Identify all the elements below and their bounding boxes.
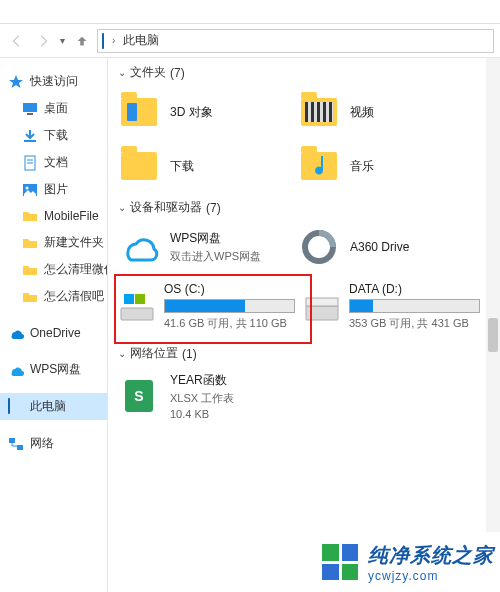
folder-item-downloads[interactable]: 下载	[114, 139, 294, 193]
sidebar-item-misc-folder[interactable]: 怎么清假吧	[0, 283, 107, 310]
svg-rect-3	[24, 140, 36, 142]
network-icon	[8, 436, 24, 452]
item-size: 10.4 KB	[170, 408, 234, 420]
sidebar-item-label: OneDrive	[30, 326, 81, 340]
item-label: WPS网盘	[170, 230, 261, 247]
sidebar-item-wps[interactable]: WPS网盘	[0, 356, 107, 383]
folder-icon	[22, 262, 38, 278]
onedrive-icon	[8, 325, 24, 341]
nav-forward-button[interactable]	[32, 30, 54, 52]
breadcrumb[interactable]: › 此电脑	[97, 29, 494, 53]
section-count: (1)	[182, 347, 197, 361]
scrollbar-thumb[interactable]	[488, 318, 498, 352]
item-label: 音乐	[350, 158, 374, 175]
breadcrumb-bar: ▾ › 此电脑	[0, 24, 500, 58]
item-type: XLSX 工作表	[170, 391, 234, 406]
section-title: 设备和驱动器	[130, 199, 202, 216]
watermark-title: 纯净系统之家	[368, 542, 494, 569]
watermark-logo-icon	[322, 544, 358, 580]
folder-video-icon	[298, 91, 340, 133]
breadcrumb-location: 此电脑	[123, 32, 159, 49]
sidebar-item-label: 怎么清假吧	[44, 288, 104, 305]
sidebar-item-downloads[interactable]: 下载	[0, 122, 107, 149]
item-label: 下载	[170, 158, 194, 175]
folder-icon	[22, 235, 38, 251]
svg-marker-0	[9, 75, 23, 88]
drive-usage-bar	[349, 299, 480, 313]
watermark-url: ycwjzy.com	[368, 569, 494, 583]
svg-point-8	[26, 186, 29, 189]
item-sub: 双击进入WPS网盘	[170, 249, 261, 264]
item-label: 视频	[350, 104, 374, 121]
document-icon	[22, 155, 38, 171]
svg-text:S: S	[134, 388, 143, 404]
svg-rect-2	[27, 113, 33, 115]
section-header-folders[interactable]: ⌄ 文件夹 (7)	[114, 58, 500, 85]
nav-up-button[interactable]	[71, 30, 93, 52]
drive-stats: 353 GB 可用, 共 431 GB	[349, 316, 480, 331]
sidebar-item-onedrive[interactable]: OneDrive	[0, 320, 107, 346]
chevron-right-icon: ›	[110, 35, 117, 46]
desktop-icon	[22, 101, 38, 117]
nav-history-chevron[interactable]: ▾	[58, 35, 67, 46]
wps-cloud-large-icon	[118, 226, 160, 268]
sidebar-item-documents[interactable]: 文档	[0, 149, 107, 176]
star-icon	[8, 74, 24, 90]
this-pc-icon	[102, 34, 104, 48]
sidebar-item-wechat-clean[interactable]: 怎么清理微信	[0, 256, 107, 283]
device-item-wps[interactable]: WPS网盘 双击进入WPS网盘	[114, 220, 294, 274]
wps-cloud-icon	[8, 362, 24, 378]
section-title: 网络位置	[130, 345, 178, 362]
chevron-down-icon: ⌄	[118, 348, 126, 359]
chevron-down-icon: ⌄	[118, 67, 126, 78]
sidebar-item-label: 新建文件夹	[44, 234, 104, 251]
section-count: (7)	[170, 66, 185, 80]
drive-label: DATA (D:)	[349, 282, 480, 296]
sidebar-item-label: 图片	[44, 181, 68, 198]
svg-rect-9	[9, 438, 15, 443]
nav-back-button[interactable]	[6, 30, 28, 52]
folder-icon	[22, 208, 38, 224]
watermark: 纯净系统之家 ycwjzy.com	[280, 532, 500, 592]
folder-music-icon	[298, 145, 340, 187]
item-label: YEAR函数	[170, 372, 234, 389]
item-label: 3D 对象	[170, 104, 213, 121]
xlsx-icon: S	[118, 375, 160, 417]
folder-item-videos[interactable]: 视频	[294, 85, 474, 139]
sidebar-item-label: 快速访问	[30, 73, 78, 90]
folder-3d-icon	[118, 91, 160, 133]
sidebar-item-network[interactable]: 网络	[0, 430, 107, 457]
sidebar-item-label: 文档	[44, 154, 68, 171]
sidebar-item-label: MobileFile	[44, 209, 99, 223]
svg-rect-1	[23, 103, 37, 112]
section-title: 文件夹	[130, 64, 166, 81]
drive-item-d[interactable]: DATA (D:) 353 GB 可用, 共 431 GB	[299, 274, 484, 339]
sidebar-item-label: 下载	[44, 127, 68, 144]
sidebar-item-mobilefile[interactable]: MobileFile	[0, 203, 107, 229]
a360-icon	[298, 226, 340, 268]
sidebar-item-label: 桌面	[44, 100, 68, 117]
section-header-devices[interactable]: ⌄ 设备和驱动器 (7)	[114, 193, 500, 220]
sidebar-item-pictures[interactable]: 图片	[0, 176, 107, 203]
vertical-scrollbar[interactable]	[486, 58, 500, 532]
sidebar-item-newfolder[interactable]: 新建文件夹	[0, 229, 107, 256]
sidebar-item-this-pc[interactable]: 此电脑	[0, 393, 107, 420]
network-item-xlsx[interactable]: S YEAR函数 XLSX 工作表 10.4 KB	[114, 366, 294, 426]
sidebar-item-label: 怎么清理微信	[44, 261, 108, 278]
folder-download-icon	[118, 145, 160, 187]
device-item-a360[interactable]: A360 Drive	[294, 220, 474, 274]
sidebar-item-label: WPS网盘	[30, 361, 81, 378]
sidebar: 快速访问 桌面 下载 文档 图片	[0, 58, 108, 592]
item-label: A360 Drive	[350, 240, 409, 254]
download-icon	[22, 128, 38, 144]
sidebar-item-label: 网络	[30, 435, 54, 452]
folder-item-music[interactable]: 音乐	[294, 139, 474, 193]
folder-item-3dobjects[interactable]: 3D 对象	[114, 85, 294, 139]
sidebar-item-label: 此电脑	[30, 398, 66, 415]
sidebar-item-quickaccess[interactable]: 快速访问	[0, 68, 107, 95]
section-count: (7)	[206, 201, 221, 215]
this-pc-icon	[8, 399, 24, 415]
sidebar-item-desktop[interactable]: 桌面	[0, 95, 107, 122]
folder-icon	[22, 289, 38, 305]
ribbon-tabs-cropped	[0, 0, 500, 24]
